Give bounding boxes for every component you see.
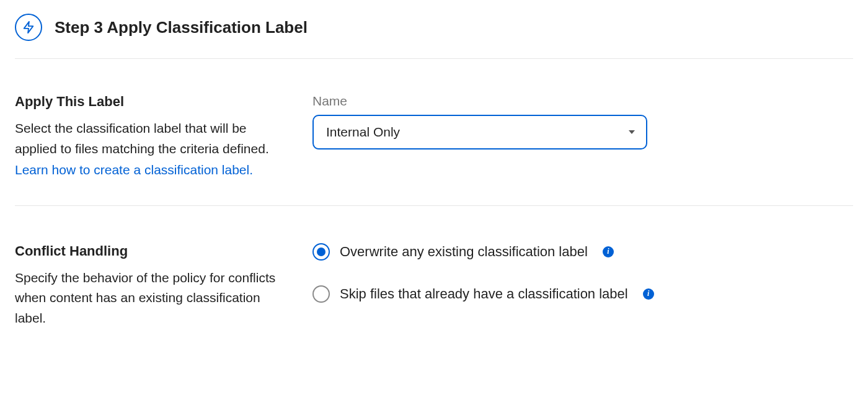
learn-classification-link[interactable]: Learn how to create a classification lab… bbox=[15, 160, 253, 181]
svg-marker-0 bbox=[24, 22, 33, 33]
step-header: Step 3 Apply Classification Label bbox=[15, 14, 853, 58]
conflict-option-skip[interactable]: Skip files that already have a classific… bbox=[312, 285, 853, 303]
conflict-description: Specify the behavior of the policy for c… bbox=[15, 268, 288, 329]
lightning-icon bbox=[15, 14, 42, 41]
conflict-heading: Conflict Handling bbox=[15, 243, 288, 259]
step-title: Step 3 Apply Classification Label bbox=[55, 18, 308, 37]
conflict-option-overwrite[interactable]: Overwrite any existing classification la… bbox=[312, 243, 853, 261]
name-field-label: Name bbox=[312, 94, 853, 109]
dropdown-selected-value: Internal Only bbox=[326, 125, 400, 140]
apply-label-description: Select the classification label that wil… bbox=[15, 118, 288, 159]
radio-button-unselected[interactable] bbox=[312, 285, 330, 303]
conflict-handling-section: Conflict Handling Specify the behavior o… bbox=[15, 206, 853, 335]
radio-label: Skip files that already have a classific… bbox=[340, 286, 628, 302]
apply-label-section: Apply This Label Select the classificati… bbox=[15, 59, 853, 205]
info-icon[interactable]: i bbox=[603, 246, 614, 257]
classification-label-dropdown[interactable]: Internal Only bbox=[312, 115, 647, 149]
radio-button-selected[interactable] bbox=[312, 243, 330, 261]
info-icon[interactable]: i bbox=[643, 288, 654, 300]
radio-label: Overwrite any existing classification la… bbox=[340, 244, 588, 260]
chevron-down-icon bbox=[629, 130, 635, 134]
apply-label-heading: Apply This Label bbox=[15, 94, 288, 110]
